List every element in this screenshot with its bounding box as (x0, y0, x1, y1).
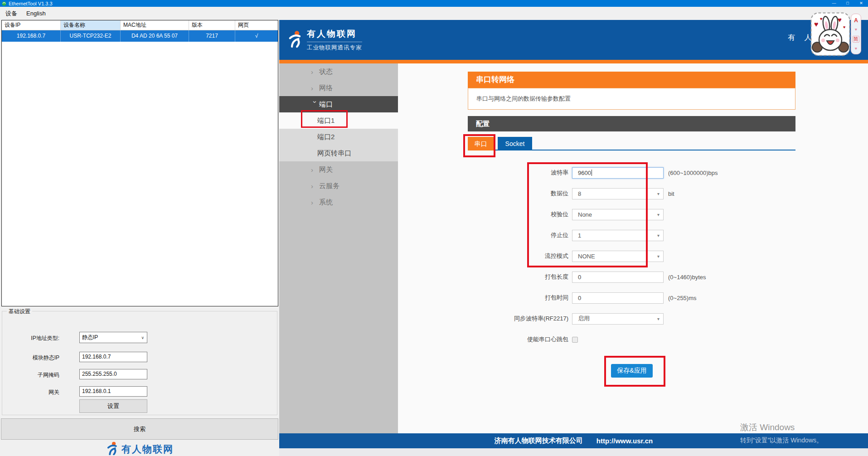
data-bits-select[interactable]: 8 ▾ (572, 188, 664, 199)
flow-control-select[interactable]: NONE ▾ (572, 251, 664, 262)
svg-text:♥: ♥ (820, 16, 823, 21)
field-hint: bit (668, 190, 674, 197)
form-row-heartbeat: 使能串口心跳包 (468, 329, 795, 350)
sidebar-item-network[interactable]: › 网络 (279, 80, 398, 96)
svg-text:♥: ♥ (838, 16, 842, 24)
minimize-button[interactable]: — (827, 0, 841, 7)
brand-slogan: 工业物联网通讯专家 (307, 42, 362, 52)
dropdown-arrow-icon: ▾ (657, 254, 663, 259)
heart-icon: ♥ (855, 46, 857, 51)
table-row[interactable]: 192.168.0.7 USR-TCP232-E2 D4 AD 20 6A 55… (2, 30, 278, 42)
pack-time-input[interactable]: 0 (572, 292, 664, 304)
field-label: 使能串口心跳包 (468, 335, 568, 344)
device-web-page: 有人物联网 工业物联网通讯专家 有 人 › 状态 › 网络 › 端口 端口1 端… (279, 20, 868, 456)
title-bar: EthernetTool V1.3.3 — □ ✕ (0, 0, 868, 7)
section-header: 配置 (468, 116, 795, 131)
sidebar-item-port[interactable]: › 端口 (279, 96, 398, 112)
brand-name: 有人物联网 (307, 28, 362, 40)
usr-logo-icon (106, 441, 118, 456)
field-label: 停止位 (468, 231, 568, 239)
sidebar-item-web-to-serial[interactable]: 网页转串口 (279, 145, 398, 161)
chevron-down-icon: › (311, 101, 319, 109)
dropdown-arrow-icon: ▾ (657, 191, 663, 196)
cell-web-check: √ (235, 30, 278, 42)
field-hint: (0~255)ms (668, 295, 697, 301)
group-title: 基础设置 (7, 308, 32, 315)
field-label: 校验位 (468, 210, 568, 218)
field-label: 子网掩码 (2, 371, 59, 379)
footer-company: 济南有人物联网技术有限公司 (495, 437, 583, 445)
sidebar: › 状态 › 网络 › 端口 端口1 端口2 网页转串口 › 网关 › 云服务 (279, 63, 398, 433)
baud-rate-input[interactable]: 9600 (572, 167, 664, 179)
gateway-input[interactable]: 192.168.0.1 (79, 386, 147, 397)
field-label: 数据位 (468, 189, 568, 198)
save-row: 保存&应用 (468, 364, 795, 378)
basic-settings-group: 基础设置 IP地址类型: 静态IP ∨ 模块静态IP 192.168.0.7 子… (2, 311, 277, 415)
search-button[interactable]: 搜索 (1, 418, 278, 440)
text-caret (592, 170, 592, 176)
dropdown-arrow-icon: ▾ (657, 212, 663, 217)
sidebar-item-port2[interactable]: 端口2 (279, 129, 398, 145)
select-arrow-icon: ∨ (141, 335, 147, 340)
field-label: IP地址类型: (2, 335, 59, 342)
tab-serial[interactable]: 串口 (468, 137, 494, 150)
static-ip-input[interactable]: 192.168.0.7 (79, 352, 147, 362)
sidebar-item-cloud[interactable]: › 云服务 (279, 178, 398, 194)
col-header-mac[interactable]: MAC地址 (121, 20, 189, 30)
sidebar-item-port1[interactable]: 端口1 (279, 112, 398, 129)
set-button[interactable]: 设置 (79, 399, 147, 413)
field-hint: (0~1460)bytes (668, 274, 706, 281)
field-label: 波特率 (468, 169, 568, 177)
svg-text:♥: ♥ (814, 20, 819, 28)
save-apply-button[interactable]: 保存&应用 (611, 364, 653, 378)
tab-bar: 串口 Socket (468, 137, 795, 150)
stop-bits-select[interactable]: 1 ▾ (572, 230, 664, 241)
bottom-strip (279, 448, 868, 456)
usr-logo-icon (287, 30, 302, 50)
form-row-parity: 校验位 None ▾ (468, 204, 795, 225)
col-header-version[interactable]: 版本 (189, 20, 235, 30)
cell-mac: D4 AD 20 6A 55 07 (121, 30, 189, 42)
field-label: 打包时间 (468, 294, 568, 302)
subnet-mask-input[interactable]: 255.255.255.0 (79, 369, 147, 379)
device-tool-panel: 设备IP 设备名称 MAC地址 版本 网页 192.168.0.7 USR-TC… (0, 20, 279, 456)
chevron-right-icon: › (311, 68, 319, 76)
col-header-name[interactable]: 设备名称 (61, 20, 121, 30)
main-content: 串口转网络 串口与网络之间的数据传输参数配置 配置 串口 Socket 波特率 … (398, 63, 868, 433)
ime-letter: A (854, 17, 858, 24)
chevron-right-icon: › (311, 199, 319, 206)
menu-bar: 设备 English (0, 7, 868, 20)
sidebar-item-gateway[interactable]: › 网关 (279, 161, 398, 178)
web-header: 有人物联网 工业物联网通讯专家 有 人 (279, 20, 868, 60)
heartbeat-checkbox[interactable] (572, 337, 578, 343)
col-header-ip[interactable]: 设备IP (2, 20, 61, 30)
sidebar-item-system[interactable]: › 系统 (279, 194, 398, 210)
sidebar-item-status[interactable]: › 状态 (279, 63, 398, 80)
device-table: 设备IP 设备名称 MAC地址 版本 网页 192.168.0.7 USR-TC… (1, 20, 278, 306)
menu-item-device[interactable]: 设备 (5, 7, 17, 20)
footer-url[interactable]: http://www.usr.cn (596, 437, 653, 445)
tab-socket[interactable]: Socket (498, 137, 532, 150)
ip-type-select[interactable]: 静态IP ∨ (79, 332, 147, 343)
usr-logo-text: 有人物联网 (121, 443, 174, 456)
cell-device-ip: 192.168.0.7 (2, 30, 61, 42)
form-row-rf2217: 同步波特率(RF2217) 启用 ▾ (468, 308, 795, 329)
menu-item-english[interactable]: English (26, 7, 46, 20)
chevron-right-icon: › (311, 84, 319, 92)
chevron-right-icon: › (311, 182, 319, 190)
dropdown-arrow-icon: ▾ (657, 233, 663, 238)
field-label: 打包长度 (468, 273, 568, 281)
field-label: 模块静态IP (2, 354, 59, 362)
sync-baud-select[interactable]: 启用 ▾ (572, 313, 664, 325)
field-hint: (600~1000000)bps (668, 170, 718, 176)
chevron-right-icon: › (311, 166, 319, 174)
close-button[interactable]: ✕ (854, 0, 868, 7)
parity-select[interactable]: None ▾ (572, 209, 664, 220)
device-table-header: 设备IP 设备名称 MAC地址 版本 网页 (2, 20, 278, 30)
col-header-web[interactable]: 网页 (235, 20, 278, 30)
pack-length-input[interactable]: 0 (572, 272, 664, 283)
field-label: 同步波特率(RF2217) (468, 315, 568, 323)
rabbit-sticker: ♥ ♥ ♥ ♥ (810, 12, 850, 58)
field-label: 网关 (2, 388, 59, 396)
restore-button[interactable]: □ (841, 0, 854, 7)
